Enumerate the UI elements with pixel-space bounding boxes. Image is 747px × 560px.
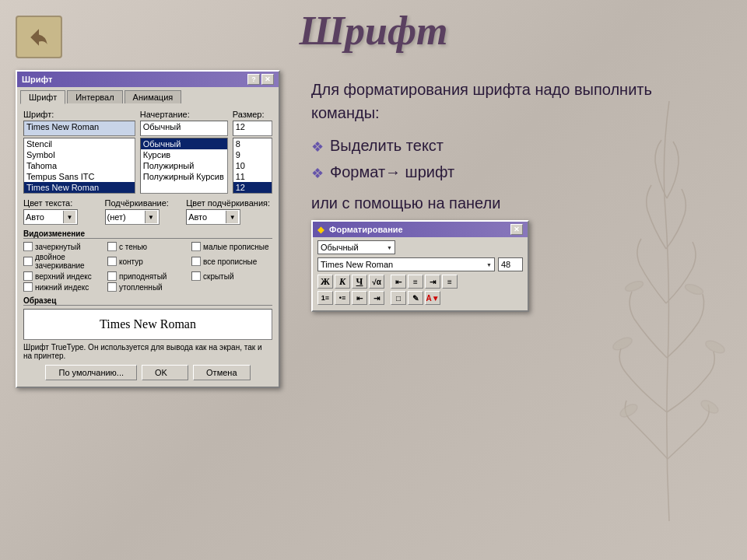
default-button[interactable]: По умолчанию...	[45, 365, 137, 380]
num-list-button[interactable]: 1≡	[317, 291, 333, 305]
format-toolbar-dialog: ◆ Форматирование ✕ Обычный ▼ Times N	[311, 220, 529, 312]
style-list-item[interactable]: Курсив	[141, 149, 227, 160]
bullet-diamond-2: ❖	[311, 165, 324, 182]
font-name-box[interactable]: Times New Roman ▼	[317, 257, 495, 271]
cb-sunken-box[interactable]	[107, 282, 117, 292]
underline-select[interactable]: (нет) ▼	[105, 209, 160, 225]
font-list-item-selected[interactable]: Times New Roman	[24, 182, 135, 193]
separator-2	[386, 291, 389, 305]
dialog-body: Шрифт: Times New Roman Stencil Symbol Ta…	[17, 103, 279, 387]
highlight-button[interactable]: ✎	[408, 291, 423, 305]
cb-smallcaps-box[interactable]	[191, 242, 201, 251]
modification-section: Видоизменение зачеркнутый с тенью мал	[23, 229, 272, 292]
cb-dblstrike: двойное зачеркивание	[23, 253, 104, 270]
color-select[interactable]: Авто ▼	[23, 209, 78, 225]
underline-color-arrow: ▼	[226, 211, 238, 223]
cb-allcaps-box[interactable]	[191, 257, 201, 266]
align-left-button[interactable]: ⇤	[391, 275, 406, 289]
cb-hidden-box[interactable]	[191, 271, 201, 281]
style-list-item[interactable]: Полужирный	[141, 160, 227, 171]
border-button[interactable]: □	[391, 291, 406, 305]
cb-shadow-label: с тенью	[119, 243, 147, 251]
or-text: или с помощью на панели	[311, 194, 716, 212]
bullet-item-2: ❖ Формат→ шрифт	[311, 163, 716, 182]
content-area: Шрифт ? ✕ Шрифт Интервал Анимация Шрифт:	[16, 70, 731, 544]
cb-outline-box[interactable]	[107, 257, 117, 266]
underline-button[interactable]: Ч	[352, 275, 367, 289]
cb-superscript-box[interactable]	[23, 271, 33, 281]
italic-button[interactable]: К	[335, 275, 350, 289]
help-button[interactable]: ?	[247, 74, 260, 85]
font-list-item[interactable]: Stencil	[24, 138, 135, 149]
size-list-item[interactable]: 12	[233, 182, 272, 193]
color-label: Цвет текста:	[23, 198, 100, 208]
font-label: Шрифт:	[23, 110, 135, 119]
size-input[interactable]: 12	[233, 121, 272, 136]
size-list-item[interactable]: 8	[233, 138, 272, 149]
sqrt-button[interactable]: √α	[369, 275, 384, 289]
format-list-row: 1≡ •≡ ⇤ ⇥ □ ✎ A▼	[317, 291, 523, 305]
underline-color-select[interactable]: Авто ▼	[186, 209, 240, 225]
cb-hidden-label: скрытый	[203, 272, 233, 281]
cb-sunken: утопленный	[107, 282, 188, 292]
format-style-row: Обычный ▼	[317, 240, 523, 254]
style-field-group: Начертание: Обычный Обычный Курсив Полуж…	[140, 110, 228, 194]
align-center-button[interactable]: ≡	[408, 275, 423, 289]
cb-strikethrough-label: зачеркнутый	[35, 243, 81, 251]
cb-superscript-label: верхний индекс	[35, 272, 92, 281]
ok-button[interactable]: OK	[142, 365, 188, 380]
increase-indent-button[interactable]: ⇥	[369, 291, 384, 305]
format-font-row: Times New Roman ▼ 48	[317, 257, 523, 271]
cb-allcaps: все прописные	[191, 253, 272, 270]
font-list-item[interactable]: Tahoma	[24, 160, 135, 171]
font-dialog: Шрифт ? ✕ Шрифт Интервал Анимация Шрифт:	[16, 70, 280, 388]
font-list-item[interactable]: Tempus Sans ITC	[24, 171, 135, 182]
bold-button[interactable]: Ж	[317, 275, 333, 289]
style-list-item[interactable]: Обычный	[141, 138, 227, 149]
preview-text: Times New Roman	[100, 317, 196, 331]
font-size-box[interactable]: 48	[498, 257, 523, 271]
size-list-item[interactable]: 11	[233, 171, 272, 182]
font-dialog-title: Шрифт	[22, 75, 52, 84]
size-listbox[interactable]: 8 9 10 11 12	[233, 138, 272, 194]
font-input[interactable]: Times New Roman	[23, 121, 135, 136]
font-name-value: Times New Roman	[321, 260, 393, 269]
font-field-group: Шрифт: Times New Roman Stencil Symbol Ta…	[23, 110, 135, 194]
underline-field-group: Подчёркивание: (нет) ▼	[105, 198, 182, 225]
font-color-button[interactable]: A▼	[425, 291, 440, 305]
cb-subscript: нижний индекс	[23, 282, 104, 292]
font-listbox[interactable]: Stencil Symbol Tahoma Tempus Sans ITC Ti…	[23, 138, 135, 194]
font-list-item[interactable]: Symbol	[24, 149, 135, 160]
top-fields-row: Шрифт: Times New Roman Stencil Symbol Ta…	[23, 110, 272, 194]
style-list-item[interactable]: Полужирный Курсив	[141, 171, 227, 182]
close-button[interactable]: ✕	[261, 74, 274, 85]
align-right-button[interactable]: ⇥	[425, 275, 440, 289]
format-close-button[interactable]: ✕	[510, 224, 523, 235]
tab-animation[interactable]: Анимация	[124, 90, 182, 103]
underline-color-label: Цвет подчёркивания:	[186, 198, 272, 208]
bullet-list-button[interactable]: •≡	[335, 291, 350, 305]
cb-dblstrike-box[interactable]	[23, 257, 33, 266]
cb-subscript-label: нижний индекс	[35, 283, 89, 292]
underline-arrow: ▼	[145, 211, 157, 223]
tab-interval[interactable]: Интервал	[67, 90, 122, 103]
cb-outline: контур	[107, 253, 188, 270]
style-input[interactable]: Обычный	[140, 121, 228, 136]
cb-strikethrough-box[interactable]	[23, 242, 33, 251]
description-intro: Для форматирования шрифта надо выполнить…	[311, 78, 716, 124]
justify-button[interactable]: ≡	[442, 275, 458, 289]
cb-raised-label: приподнятый	[119, 272, 167, 281]
cb-superscript: верхний индекс	[23, 271, 104, 281]
style-value: Обычный	[321, 243, 359, 252]
tab-font[interactable]: Шрифт	[20, 90, 65, 104]
cancel-button[interactable]: Отмена	[193, 365, 250, 380]
cb-shadow-box[interactable]	[107, 242, 117, 251]
style-input-box[interactable]: Обычный ▼	[317, 240, 395, 254]
cb-dblstrike-label: двойное зачеркивание	[35, 253, 104, 270]
decrease-indent-button[interactable]: ⇤	[352, 291, 367, 305]
cb-subscript-box[interactable]	[23, 282, 33, 292]
size-list-item[interactable]: 10	[233, 160, 272, 171]
cb-raised-box[interactable]	[107, 271, 117, 281]
style-listbox[interactable]: Обычный Курсив Полужирный Полужирный Кур…	[140, 138, 228, 194]
size-list-item[interactable]: 9	[233, 149, 272, 160]
